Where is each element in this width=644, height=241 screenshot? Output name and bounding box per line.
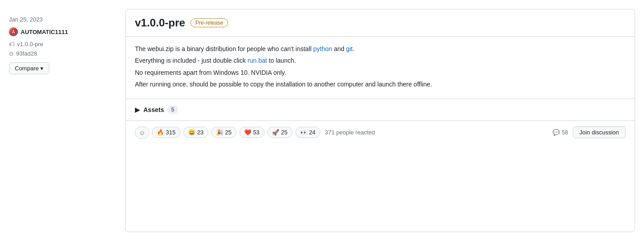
reaction-heart[interactable]: ❤️ 53 <box>239 127 264 138</box>
reaction-add-button[interactable]: ☺ <box>135 126 149 139</box>
release-header: v1.0.0-pre Pre-release <box>126 9 635 37</box>
tada-emoji: 🎉 <box>216 129 223 136</box>
reaction-tada[interactable]: 🎉 25 <box>211 127 236 138</box>
release-line-4: After running once, should be possible t… <box>135 79 626 89</box>
eyes-count: 24 <box>309 129 316 136</box>
heart-count: 53 <box>253 129 259 136</box>
reaction-fire[interactable]: 🔥 315 <box>152 127 181 138</box>
tag-row: 🏷 v1.0.0-pre <box>9 41 117 47</box>
sidebar: Jan 25, 2023 A AUTOMATIC1111 🏷 v1.0.0-pr… <box>0 9 125 232</box>
reactions-row: ☺ 🔥 315 😄 23 🎉 25 ❤️ 53 🚀 25 👀 <box>126 121 635 144</box>
commit-row: ⊙ 93fad28 <box>9 50 117 57</box>
rocket-count: 25 <box>281 129 287 136</box>
release-line-1: The webui.zip is a binary distribution f… <box>135 44 626 54</box>
smile-emoji: 😄 <box>188 129 195 136</box>
assets-count: 5 <box>168 105 178 114</box>
compare-section: Compare ▾ <box>9 62 117 74</box>
release-date: Jan 25, 2023 <box>9 16 117 23</box>
assets-toggle[interactable]: ▶ Assets 5 <box>135 105 626 114</box>
compare-label: Compare <box>15 65 39 72</box>
assets-label: Assets <box>143 106 164 113</box>
smile-count: 23 <box>197 129 203 136</box>
fire-count: 315 <box>166 129 176 136</box>
reaction-rocket[interactable]: 🚀 25 <box>267 127 292 138</box>
commit-hash: 93fad28 <box>16 50 37 57</box>
comment-icon: 💬 <box>553 129 560 136</box>
comment-count-row: 💬 58 <box>553 129 568 136</box>
join-discussion-button[interactable]: Join discussion <box>573 126 626 138</box>
tag-icon: 🏷 <box>9 41 14 47</box>
reaction-smile[interactable]: 😄 23 <box>183 127 208 138</box>
main-content: v1.0.0-pre Pre-release The webui.zip is … <box>125 9 635 232</box>
release-line-3: No requirements apart from Windows 10. N… <box>135 68 626 77</box>
assets-arrow-icon: ▶ <box>135 106 140 113</box>
tada-count: 25 <box>225 129 231 136</box>
right-actions: 💬 58 Join discussion <box>553 126 626 138</box>
compare-button[interactable]: Compare ▾ <box>9 62 49 74</box>
release-title: v1.0.0-pre <box>135 17 185 29</box>
author-name[interactable]: AUTOMATIC1111 <box>21 29 68 35</box>
rocket-emoji: 🚀 <box>272 129 279 136</box>
author-row: A AUTOMATIC1111 <box>9 27 117 36</box>
fire-emoji: 🔥 <box>157 129 164 136</box>
reaction-eyes[interactable]: 👀 24 <box>295 127 320 138</box>
compare-arrow-icon: ▾ <box>40 65 43 72</box>
comment-count-value: 58 <box>562 129 568 136</box>
tag-value: v1.0.0-pre <box>17 41 43 47</box>
eyes-emoji: 👀 <box>300 129 307 136</box>
commit-icon: ⊙ <box>9 51 13 57</box>
pre-release-badge: Pre-release <box>190 18 228 27</box>
heart-emoji: ❤️ <box>244 129 251 136</box>
avatar: A <box>9 27 18 36</box>
assets-section: ▶ Assets 5 <box>126 99 635 121</box>
release-line-2: Everything is included - just double cli… <box>135 56 626 65</box>
release-body: The webui.zip is a binary distribution f… <box>126 37 635 99</box>
reacted-text: 371 people reacted <box>325 129 375 136</box>
